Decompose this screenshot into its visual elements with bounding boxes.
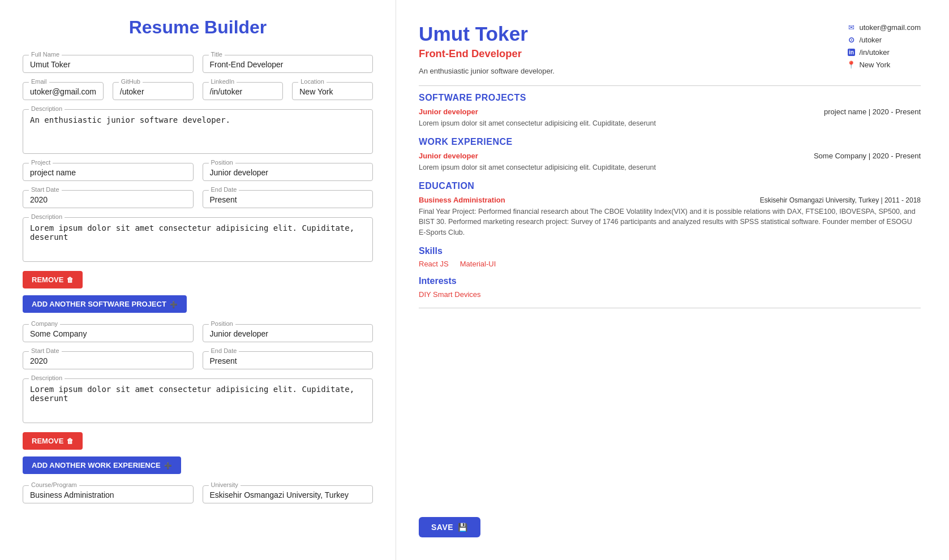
- plus-icon: [170, 300, 178, 308]
- location-field: Location: [292, 82, 373, 100]
- company-input[interactable]: [30, 329, 186, 338]
- resume-name: Umut Toker: [419, 23, 921, 45]
- remove-work-label: REMOVE: [32, 437, 63, 445]
- divider-2: [419, 308, 921, 308]
- email-input[interactable]: [30, 87, 96, 96]
- software-project-entry: Junior developer project name | 2020 - P…: [419, 107, 921, 129]
- project-start-input[interactable]: [30, 195, 186, 204]
- course-input[interactable]: [30, 490, 186, 499]
- work-experience-role: Junior developer: [419, 152, 478, 160]
- work-start-input[interactable]: [30, 356, 186, 365]
- linkedin-icon: [847, 48, 856, 57]
- interest-diy: DIY Smart Devices: [419, 290, 481, 299]
- education-heading: EDUCATION: [419, 181, 921, 191]
- email-icon: [847, 23, 856, 32]
- course-label: Course/Program: [29, 481, 79, 488]
- description-input[interactable]: An enthusiastic junior software develope…: [30, 114, 366, 148]
- project-desc-input[interactable]: Lorem ipsum dolor sit amet consectetur a…: [30, 222, 366, 256]
- interests-section: Interests DIY Smart Devices: [419, 276, 921, 299]
- contact-row: Email GitHub LinkedIn Location: [23, 82, 373, 100]
- software-project-header: Junior developer project name | 2020 - P…: [419, 107, 921, 116]
- contact-location: New York: [859, 61, 890, 69]
- project-desc-field: Description Lorem ipsum dolor sit amet c…: [23, 217, 373, 262]
- save-button[interactable]: SAVE: [419, 517, 480, 537]
- email-field: Email: [23, 82, 104, 100]
- remove-work-experience-button[interactable]: REMOVE: [23, 432, 83, 450]
- software-projects-section: SOFTWARE PROJECTS Junior developer proje…: [419, 93, 921, 129]
- github-field: GitHub: [113, 82, 194, 100]
- work-desc-label: Description: [29, 374, 65, 381]
- linkedin-input[interactable]: [210, 87, 276, 96]
- project-name-field: Project: [23, 163, 194, 181]
- company-field: Company: [23, 324, 194, 342]
- left-panel: Resume Builder Full Name Title Email Git…: [0, 0, 396, 560]
- resume-description: An enthusiastic junior software develope…: [419, 67, 921, 75]
- university-field: University: [203, 485, 373, 503]
- skills-list: React JS Material-UI: [419, 260, 921, 268]
- project-start-field: Start Date: [23, 190, 194, 208]
- divider-1: [419, 85, 921, 86]
- work-position-input[interactable]: [210, 329, 366, 338]
- work-position-label: Position: [209, 320, 235, 327]
- add-work-experience-button[interactable]: ADD ANOTHER WORK EXPERIENCE: [23, 456, 181, 474]
- education-entry: Business Administration Eskisehir Osmang…: [419, 196, 921, 238]
- education-meta: Eskisehir Osmangazi University, Turkey |…: [760, 196, 921, 204]
- location-input[interactable]: [299, 87, 366, 96]
- software-project-desc-row: Description Lorem ipsum dolor sit amet c…: [23, 217, 373, 262]
- education-section: EDUCATION Business Administration Eskise…: [419, 181, 921, 238]
- location-contact-row: New York: [847, 60, 921, 69]
- work-experience-description: Lorem ipsum dolor sit amet consectetur a…: [419, 162, 921, 173]
- software-project-row1: Project Position: [23, 163, 373, 181]
- software-project-meta: project name | 2020 - Present: [824, 107, 921, 116]
- title-label: Title: [209, 51, 225, 58]
- project-desc-label: Description: [29, 213, 65, 220]
- add-software-project-button[interactable]: ADD ANOTHER SOFTWARE PROJECT: [23, 295, 187, 313]
- location-icon: [847, 60, 856, 69]
- project-position-input[interactable]: [210, 168, 366, 177]
- university-input[interactable]: [210, 490, 366, 499]
- project-end-input[interactable]: [210, 195, 366, 204]
- work-start-label: Start Date: [29, 347, 62, 354]
- work-exp-row1: Company Position: [23, 324, 373, 342]
- email-label: Email: [29, 78, 49, 85]
- skills-heading: Skills: [419, 246, 921, 256]
- remove-software-project-button[interactable]: REMOVE: [23, 271, 83, 288]
- work-exp-dates: Start Date End Date: [23, 351, 373, 369]
- software-project-role: Junior developer: [419, 107, 478, 116]
- work-end-label: End Date: [209, 347, 239, 354]
- full-name-label: Full Name: [29, 51, 62, 58]
- save-label: SAVE: [431, 523, 453, 532]
- right-panel: utoker@gmail.com ⊙ /utoker /in/utoker Ne…: [396, 0, 949, 560]
- full-name-input[interactable]: [30, 60, 186, 69]
- work-exp-desc-row: Description Lorem ipsum dolor sit amet c…: [23, 378, 373, 423]
- work-experience-meta: Some Company | 2020 - Present: [814, 152, 921, 160]
- skill-react: React JS: [419, 260, 449, 268]
- project-end-label: End Date: [209, 186, 239, 193]
- education-role: Business Administration: [419, 196, 505, 204]
- work-desc-input[interactable]: Lorem ipsum dolor sit amet consectetur a…: [30, 384, 366, 417]
- work-experience-heading: WORK EXPERIENCE: [419, 137, 921, 147]
- project-input[interactable]: [30, 168, 186, 177]
- work-experience-header: Junior developer Some Company | 2020 - P…: [419, 152, 921, 160]
- github-icon: ⊙: [847, 35, 856, 44]
- work-end-input[interactable]: [210, 356, 366, 365]
- title-field: Title: [203, 55, 373, 73]
- software-project-dates: Start Date End Date: [23, 190, 373, 208]
- work-experience-section: WORK EXPERIENCE Junior developer Some Co…: [419, 137, 921, 173]
- save-icon: [458, 523, 468, 532]
- description-label: Description: [29, 105, 65, 112]
- project-label: Project: [29, 159, 53, 166]
- contact-github: /utoker: [859, 36, 882, 44]
- linkedin-field: LinkedIn: [203, 82, 284, 100]
- skill-material-ui: Material-UI: [460, 260, 496, 268]
- github-input[interactable]: [120, 87, 186, 96]
- work-experience-entry: Junior developer Some Company | 2020 - P…: [419, 152, 921, 173]
- remove-label: REMOVE: [32, 275, 63, 284]
- university-label: University: [209, 481, 241, 488]
- contact-email: utoker@gmail.com: [859, 23, 921, 32]
- education-description: Final Year Project: Performed financial …: [419, 206, 921, 238]
- company-label: Company: [29, 320, 60, 327]
- title-input[interactable]: [210, 60, 366, 69]
- project-position-field: Position: [203, 163, 373, 181]
- add-work-experience-label: ADD ANOTHER WORK EXPERIENCE: [32, 461, 161, 469]
